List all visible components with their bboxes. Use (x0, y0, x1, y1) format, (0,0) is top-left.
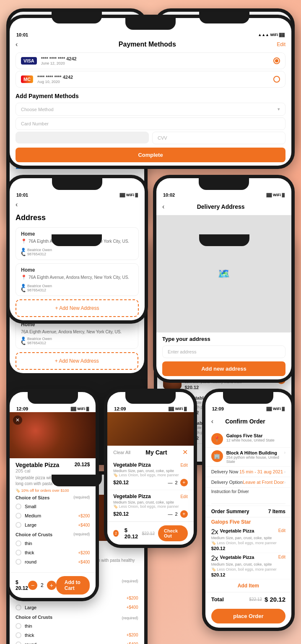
phone-confirm-order: 12:09 ▓▓ WiFi ▓ ‹ Confirm Order 📍 Galops… (202, 389, 295, 631)
expiry-input[interactable] (16, 132, 149, 143)
cart-qty-2: — 2 + (168, 510, 188, 518)
phone-delivery-map: 10:02 ▓▓ WiFi ▓ ‹ Delivery Address 🗺️ Ty… (153, 175, 295, 383)
order-summary-title: Order Summery 7 Items (205, 506, 291, 517)
opt-thin[interactable]: thin (16, 539, 90, 548)
card-radio-selected[interactable] (273, 57, 280, 64)
size-large[interactable]: Large +$400 (16, 603, 138, 612)
phone-address-2: 10:01 ▓▓ WiFi ▓ ‹ Address Home 📍 76A Eig… (6, 175, 148, 324)
cart-header: Clear All My Cart ✕ (107, 446, 193, 459)
from-detail: 12 white house, United State (226, 438, 275, 442)
cart-qty-1: — 2 + (168, 479, 188, 486)
confirm-item-1: 2x Vegetable Pizza Edit Medium Size, pan… (205, 527, 291, 553)
add-address-btn-2[interactable]: + Add New Address (16, 299, 139, 317)
payment-edit-link[interactable]: Edit (277, 42, 285, 47)
phone-payment: 10:01 ▲▲▲ WiFi ▓▓ ‹ Payment Methods Edit… (6, 15, 295, 169)
opt-medium[interactable]: Medium +$200 (16, 511, 90, 520)
confirm-title: Confirm Order (219, 415, 271, 428)
radio-icon (16, 641, 21, 644)
crust-round[interactable]: round +$400 (16, 640, 138, 644)
crust-choice: Choice of Crusts (required) thin thick +… (16, 615, 138, 644)
choose-method-input[interactable]: Choose Method ▾ (16, 103, 285, 116)
minus-btn[interactable]: − (28, 581, 37, 590)
confirm-from: 📍 Galops Five Star 12 white house, Unite… (205, 431, 291, 448)
pizza-detail-price: 20.12$ (75, 462, 90, 467)
payment-title: Payment Methods (119, 41, 176, 48)
from-icon: 📍 (211, 433, 223, 445)
mastercard-brand: MC (21, 75, 33, 83)
payment-back-button[interactable]: ‹ (16, 41, 18, 48)
restaurant-confirm-label: Galops Five Star (205, 517, 291, 527)
cart-checkout-btn[interactable]: Check Out (158, 525, 188, 541)
pizza-qty-control: − 2 + (28, 581, 56, 590)
delivery-now-row[interactable]: Delivery Now 15 min - 31 aug 2021 › (205, 467, 291, 477)
add-address-button[interactable]: + Add New Address (16, 352, 138, 370)
phone-my-cart: 12:09 ▓▓ WiFi ▓ Clear All My Cart ✕ Vege… (104, 389, 197, 548)
radio-icon (16, 605, 21, 610)
payment-header: ‹ Payment Methods Edit (10, 38, 291, 51)
phone-pizza-detail-2: 12:09 ▓▓ WiFi ▓ ✕ Vegetable Pizza 205 ca… (6, 389, 99, 601)
cart-hero (107, 412, 193, 446)
card-date-2: Aug 10, 2020 (37, 80, 269, 84)
pizza-detail-offer: 🏷️ 10% off for orders over $100 (16, 488, 90, 493)
pizza-title-row: Vegetable Pizza 205 cal 20.12$ (16, 462, 90, 473)
add-item-button[interactable]: Add Item (205, 579, 291, 592)
add-new-address-button[interactable]: Add new address (162, 361, 285, 376)
home-address-2[interactable]: Home 📍 76A Eighth Avenue, Andora Mercy, … (16, 263, 139, 296)
visa-card[interactable]: VISA **** **** **** 4242 June 12, 2020 (16, 52, 285, 69)
cvv-input[interactable]: CVV (152, 132, 285, 144)
complete-button[interactable]: Complete (16, 148, 285, 162)
place-order-button[interactable]: place Order (211, 609, 285, 623)
cart-plus-1[interactable]: + (180, 479, 188, 486)
cart-plus-2[interactable]: + (180, 510, 188, 518)
qty-num: 2 (41, 582, 44, 588)
cart-close-button[interactable]: ✕ (182, 448, 188, 456)
radio-icon (16, 632, 21, 638)
to-icon: 🏢 (211, 450, 223, 462)
opt-large[interactable]: Large +$400 (16, 520, 90, 530)
pizza-close-btn[interactable]: ✕ (13, 415, 22, 425)
delivery-address-title: Delivery Address (195, 201, 247, 213)
opt-thick[interactable]: thick +$200 (16, 548, 90, 557)
visa-brand: VISA (21, 57, 37, 65)
cart-item-count: 2 (113, 530, 118, 537)
crust-section: Choice of Crusts (required) thin thick +… (16, 532, 90, 566)
delivery-option-row[interactable]: Delivery Option Leave at Front Door › (205, 477, 291, 488)
map-back-button[interactable]: ‹ (162, 203, 164, 210)
pizza-cal: 205 cal (16, 468, 59, 473)
opt-round[interactable]: round +$400 (16, 557, 90, 566)
map-view[interactable]: 🗺️ (156, 215, 291, 332)
type-address-label: Type your address (156, 332, 291, 344)
confirm-back-btn[interactable]: ‹ (211, 418, 213, 425)
card-number-input[interactable]: Card Number (16, 117, 285, 130)
from-name: Galops Five Star (226, 433, 275, 438)
enter-address-input[interactable]: Enter address (162, 345, 285, 358)
addr-back[interactable]: ‹ (16, 201, 18, 208)
map-header: ‹ Delivery Address (156, 198, 291, 215)
address-title-2: Address (10, 211, 145, 226)
radio-icon (16, 623, 21, 629)
pizza-add-cart-bar: $ 20.12 − 2 + Add to Cart (10, 572, 96, 598)
to-name: Block A Hilton Building (226, 450, 281, 455)
confirm-back-row: ‹ Confirm Order (205, 412, 291, 431)
confirm-to[interactable]: 🏢 Block A Hilton Building 254 python whi… (205, 448, 291, 467)
mastercard-card[interactable]: MC **** **** **** 4242 Aug 10, 2020 (16, 71, 285, 88)
cart-strikethrough: $22.12 (142, 531, 155, 536)
cart-bottom: 2 $ 20.12 $22.12 Check Out (107, 522, 193, 545)
opt-small[interactable]: Small (16, 502, 90, 511)
cart-item-1: Vegetable Pizza Edit Medium Size, pan, c… (107, 459, 193, 490)
pizza-detail-hero: ✕ (10, 412, 96, 458)
cart-total-amount: $ 20.12 (125, 527, 139, 540)
crust-thick[interactable]: thick +$200 (16, 631, 138, 640)
plus-btn[interactable]: + (47, 581, 56, 590)
pizza-detail-name: Vegetable Pizza (16, 462, 59, 468)
crust-thin[interactable]: thin (16, 621, 138, 631)
add-to-cart-btn[interactable]: Add to Cart (56, 576, 90, 595)
size-section: Choice of Sizes (required) Small Medium … (16, 495, 90, 530)
card-number-2: **** **** **** 4242 (37, 75, 269, 80)
clear-all-button[interactable]: Clear All (113, 450, 130, 455)
card-number: **** **** **** 4242 (41, 56, 269, 61)
to-detail: 254 python white house, United State (226, 455, 281, 464)
pizza-cart-price: $ 20.12 (16, 579, 28, 591)
instruction-label: Instruction for Driver (211, 489, 285, 494)
card-radio[interactable] (273, 76, 280, 83)
